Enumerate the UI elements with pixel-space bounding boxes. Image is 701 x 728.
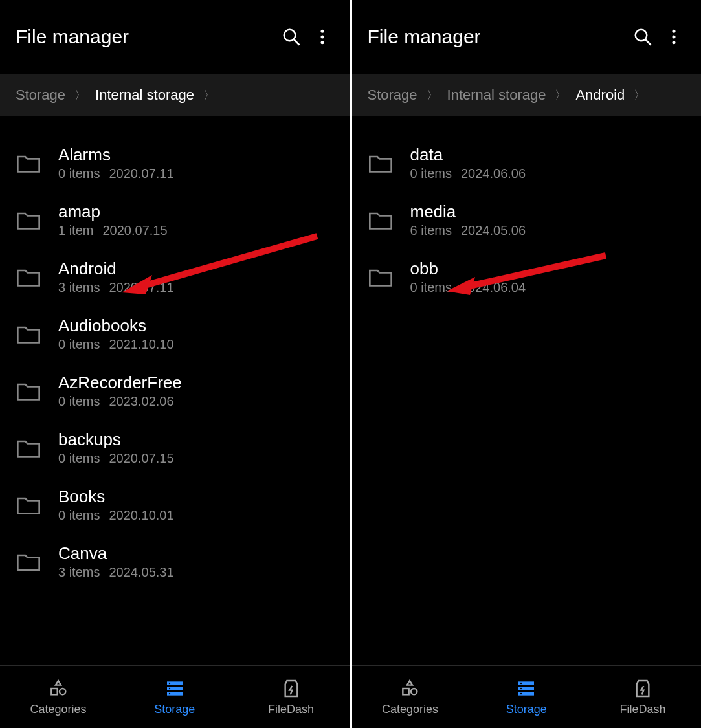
topbar: File manager [352,0,702,74]
folder-icon [368,265,394,289]
file-meta: obb 0 items2024.06.04 [410,259,686,295]
file-meta: Alarms 0 items2020.07.11 [58,145,334,181]
folder-name: AzRecorderFree [58,373,334,393]
file-meta: Android 3 items2020.07.11 [58,259,334,295]
folder-item-canva[interactable]: Canva 3 items2024.05.31 [0,533,350,590]
folder-sub: 0 items2024.06.06 [410,166,686,181]
folder-item-media[interactable]: media 6 items2024.05.06 [352,192,702,248]
chevron-right-icon: 〉 [555,87,566,103]
file-meta: AzRecorderFree 0 items2023.02.06 [58,373,334,409]
folder-name: obb [410,259,686,279]
bottom-nav: Categories Storage FileDash [352,665,702,728]
folder-item-alarms[interactable]: Alarms 0 items2020.07.11 [0,135,350,192]
folder-icon [16,550,41,573]
svg-point-26 [520,687,522,689]
breadcrumb-item[interactable]: Internal storage [447,87,546,104]
folder-item-backups[interactable]: backups 0 items2020.07.15 [0,419,350,476]
file-meta: Books 0 items2020.10.01 [58,487,334,523]
svg-rect-5 [51,689,57,694]
folder-icon [368,208,394,232]
breadcrumb-item[interactable]: Android [575,87,625,104]
search-icon[interactable] [276,21,307,52]
file-list: data 0 items2024.06.06 media 6 items2024… [352,116,702,665]
breadcrumb-item[interactable]: Storage [16,87,65,104]
svg-point-27 [520,692,522,694]
svg-rect-20 [403,689,409,694]
folder-sub: 3 items2024.05.31 [58,565,334,580]
folder-item-obb[interactable]: obb 0 items2024.06.04 [352,248,702,305]
svg-point-19 [673,41,676,44]
folder-icon [16,208,41,232]
svg-point-21 [411,689,417,694]
breadcrumb-item[interactable]: Internal storage [95,87,194,104]
chevron-right-icon: 〉 [74,87,86,103]
nav-filedash[interactable]: FileDash [584,666,701,728]
folder-icon [16,322,41,346]
svg-point-25 [520,682,522,683]
chevron-right-icon: 〉 [427,87,438,103]
folder-name: media [410,202,686,222]
nav-storage[interactable]: Storage [117,666,233,728]
nav-label: Storage [154,703,195,716]
folder-name: amap [58,202,334,222]
folder-name: data [410,145,686,165]
svg-point-15 [636,30,647,41]
folder-sub: 0 items2020.10.01 [58,508,334,523]
svg-point-2 [320,30,324,33]
svg-point-18 [673,36,676,39]
search-icon[interactable] [627,21,658,52]
categories-icon [399,678,420,699]
svg-point-10 [169,682,170,683]
folder-item-books[interactable]: Books 0 items2020.10.01 [0,476,350,533]
folder-item-azrecorderfree[interactable]: AzRecorderFree 0 items2023.02.06 [0,362,350,419]
folder-item-audiobooks[interactable]: Audiobooks 0 items2021.10.10 [0,305,350,362]
svg-point-17 [673,30,676,33]
nav-label: FileDash [268,703,314,716]
chevron-right-icon: 〉 [634,87,645,103]
bottom-nav: Categories Storage FileDash [0,665,350,728]
file-meta: amap 1 item2020.07.15 [58,202,334,238]
nav-label: Categories [30,703,86,716]
folder-name: Books [58,487,334,507]
storage-icon [516,678,537,699]
nav-storage[interactable]: Storage [468,666,584,728]
pane-right: File manager Storage 〉 Internal storage … [351,0,702,728]
filedash-icon [632,678,653,699]
folder-sub: 6 items2024.05.06 [410,223,686,238]
svg-line-16 [645,39,651,45]
breadcrumb: Storage 〉 Internal storage 〉 Android 〉 [352,74,702,116]
folder-sub: 1 item2020.07.15 [58,223,334,238]
folder-icon [16,493,41,516]
file-meta: data 0 items2024.06.06 [410,145,686,181]
topbar: File manager [0,0,350,74]
folder-item-data[interactable]: data 0 items2024.06.06 [352,135,702,192]
svg-point-3 [320,36,324,39]
storage-icon [164,678,185,699]
nav-categories[interactable]: Categories [0,666,117,728]
nav-categories[interactable]: Categories [352,666,469,728]
chevron-right-icon: 〉 [203,87,215,103]
nav-label: Storage [506,703,547,716]
folder-name: Audiobooks [58,316,334,336]
categories-icon [48,678,69,699]
app-title: File manager [16,26,276,48]
folder-sub: 0 items2023.02.06 [58,394,334,409]
folder-name: backups [58,430,334,450]
file-meta: Audiobooks 0 items2021.10.10 [58,316,334,352]
folder-sub: 3 items2020.07.11 [58,280,334,295]
breadcrumb-item[interactable]: Storage [368,87,417,104]
folder-icon [16,151,41,175]
nav-filedash[interactable]: FileDash [233,666,350,728]
folder-item-amap[interactable]: amap 1 item2020.07.15 [0,192,350,248]
folder-icon [16,436,41,459]
more-icon[interactable] [307,21,338,52]
file-list: Alarms 0 items2020.07.11 amap 1 item2020… [0,116,350,665]
more-icon[interactable] [658,21,689,52]
folder-icon [16,265,41,289]
file-meta: Canva 3 items2024.05.31 [58,544,334,580]
pane-left: File manager Storage 〉 Internal storage … [0,0,351,728]
folder-name: Canva [58,544,334,564]
folder-icon [16,379,41,403]
folder-item-android[interactable]: Android 3 items2020.07.11 [0,248,350,305]
folder-icon [368,151,394,175]
